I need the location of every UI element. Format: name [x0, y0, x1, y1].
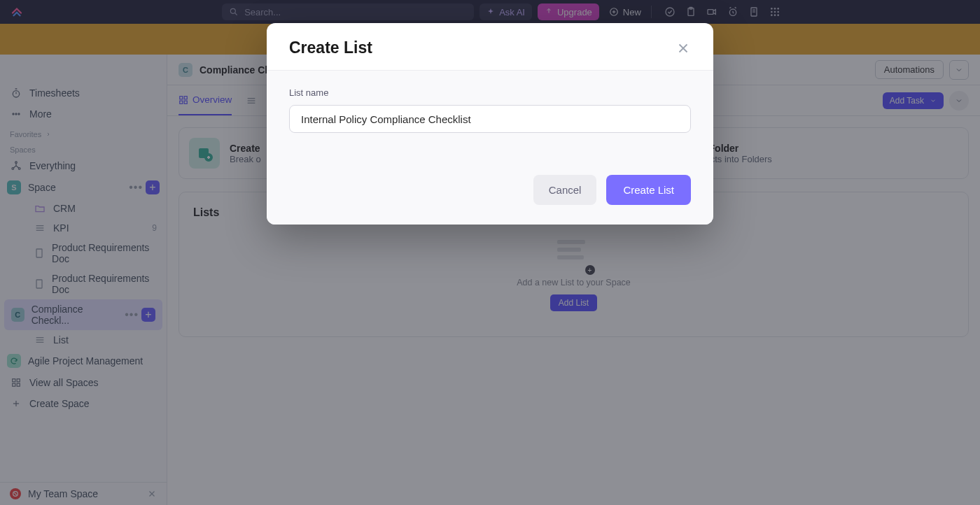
create-list-modal: Create List List name Cancel Create List — [267, 23, 713, 225]
list-name-input[interactable] — [289, 105, 691, 133]
list-name-label: List name — [289, 87, 691, 98]
create-list-submit-button[interactable]: Create List — [606, 175, 691, 205]
close-icon — [676, 41, 691, 56]
cancel-button[interactable]: Cancel — [533, 175, 597, 205]
modal-title: Create List — [289, 38, 372, 57]
modal-close-button[interactable] — [676, 41, 691, 56]
modal-overlay[interactable]: Create List List name Cancel Create List — [0, 0, 980, 505]
